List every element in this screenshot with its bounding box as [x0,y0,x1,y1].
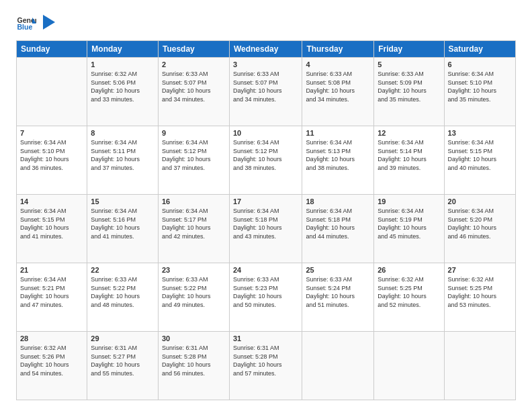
day-number: 11 [306,129,370,137]
calendar-cell: 14Sunrise: 6:34 AM Sunset: 5:15 PM Dayli… [17,195,87,263]
day-number: 8 [91,129,154,137]
day-info: Sunrise: 6:34 AM Sunset: 5:21 PM Dayligh… [20,275,83,309]
calendar-header-monday: Monday [87,41,159,58]
logo: General Blue [16,13,55,34]
calendar-cell: 15Sunrise: 6:34 AM Sunset: 5:16 PM Dayli… [87,195,159,263]
calendar-cell: 26Sunrise: 6:32 AM Sunset: 5:25 PM Dayli… [374,263,444,332]
day-info: Sunrise: 6:32 AM Sunset: 5:25 PM Dayligh… [378,275,440,309]
calendar-cell: 23Sunrise: 6:33 AM Sunset: 5:22 PM Dayli… [158,263,229,332]
day-number: 19 [378,197,440,205]
calendar-cell: 7Sunrise: 6:34 AM Sunset: 5:10 PM Daylig… [17,126,87,195]
day-info: Sunrise: 6:34 AM Sunset: 5:20 PM Dayligh… [448,207,512,240]
day-number: 26 [378,266,440,274]
calendar-cell: 10Sunrise: 6:34 AM Sunset: 5:12 PM Dayli… [229,126,302,195]
calendar-cell: 1Sunrise: 6:32 AM Sunset: 5:06 PM Daylig… [87,58,159,126]
calendar-cell: 31Sunrise: 6:31 AM Sunset: 5:28 PM Dayli… [229,332,302,400]
calendar-cell: 12Sunrise: 6:34 AM Sunset: 5:14 PM Dayli… [374,126,444,195]
day-number: 29 [91,334,154,342]
calendar-cell: 16Sunrise: 6:34 AM Sunset: 5:17 PM Dayli… [158,195,229,263]
calendar-week-3: 14Sunrise: 6:34 AM Sunset: 5:15 PM Dayli… [17,195,516,263]
calendar-week-1: 1Sunrise: 6:32 AM Sunset: 5:06 PM Daylig… [17,58,516,126]
day-info: Sunrise: 6:33 AM Sunset: 5:07 PM Dayligh… [233,70,298,103]
logo-arrow-icon [43,15,55,30]
calendar-cell [302,332,374,400]
calendar-body: 1Sunrise: 6:32 AM Sunset: 5:06 PM Daylig… [17,58,516,400]
day-info: Sunrise: 6:33 AM Sunset: 5:22 PM Dayligh… [162,275,226,309]
day-info: Sunrise: 6:34 AM Sunset: 5:12 PM Dayligh… [162,138,226,172]
day-number: 20 [448,197,512,205]
calendar-cell: 5Sunrise: 6:33 AM Sunset: 5:09 PM Daylig… [374,58,444,126]
day-info: Sunrise: 6:34 AM Sunset: 5:11 PM Dayligh… [91,138,154,172]
calendar-cell: 17Sunrise: 6:34 AM Sunset: 5:18 PM Dayli… [229,195,302,263]
day-info: Sunrise: 6:34 AM Sunset: 5:18 PM Dayligh… [306,207,370,240]
calendar-cell: 19Sunrise: 6:34 AM Sunset: 5:19 PM Dayli… [374,195,444,263]
day-number: 12 [378,129,440,137]
day-number: 24 [233,266,298,274]
day-number: 2 [162,60,226,68]
day-info: Sunrise: 6:34 AM Sunset: 5:17 PM Dayligh… [162,207,226,240]
logo-icon: General Blue [16,13,36,34]
day-number: 31 [233,334,298,342]
calendar-week-5: 28Sunrise: 6:32 AM Sunset: 5:26 PM Dayli… [17,332,516,400]
day-info: Sunrise: 6:33 AM Sunset: 5:24 PM Dayligh… [306,275,370,309]
day-info: Sunrise: 6:34 AM Sunset: 5:19 PM Dayligh… [378,207,440,240]
calendar-week-2: 7Sunrise: 6:34 AM Sunset: 5:10 PM Daylig… [17,126,516,195]
calendar-header-wednesday: Wednesday [229,41,302,58]
calendar-header-friday: Friday [374,41,444,58]
calendar-cell: 9Sunrise: 6:34 AM Sunset: 5:12 PM Daylig… [158,126,229,195]
calendar-cell: 3Sunrise: 6:33 AM Sunset: 5:07 PM Daylig… [229,58,302,126]
day-info: Sunrise: 6:34 AM Sunset: 5:16 PM Dayligh… [91,207,154,240]
calendar-cell: 6Sunrise: 6:34 AM Sunset: 5:10 PM Daylig… [444,58,515,126]
calendar-cell: 29Sunrise: 6:31 AM Sunset: 5:27 PM Dayli… [87,332,159,400]
calendar-cell: 4Sunrise: 6:33 AM Sunset: 5:08 PM Daylig… [302,58,374,126]
day-number: 16 [162,197,226,205]
calendar-cell: 24Sunrise: 6:33 AM Sunset: 5:23 PM Dayli… [229,263,302,332]
day-info: Sunrise: 6:34 AM Sunset: 5:10 PM Dayligh… [20,138,83,172]
day-info: Sunrise: 6:34 AM Sunset: 5:15 PM Dayligh… [20,207,83,240]
day-info: Sunrise: 6:34 AM Sunset: 5:18 PM Dayligh… [233,207,298,240]
day-info: Sunrise: 6:33 AM Sunset: 5:22 PM Dayligh… [91,275,154,309]
day-number: 1 [91,60,154,68]
day-info: Sunrise: 6:32 AM Sunset: 5:06 PM Dayligh… [91,70,154,103]
day-info: Sunrise: 6:32 AM Sunset: 5:25 PM Dayligh… [448,275,512,309]
day-number: 3 [233,60,298,68]
calendar-header-sunday: Sunday [17,41,87,58]
day-number: 21 [20,266,83,274]
day-info: Sunrise: 6:34 AM Sunset: 5:14 PM Dayligh… [378,138,440,172]
day-number: 9 [162,129,226,137]
day-info: Sunrise: 6:34 AM Sunset: 5:10 PM Dayligh… [448,70,512,103]
svg-marker-3 [43,15,55,30]
day-number: 27 [448,266,512,274]
day-number: 22 [91,266,154,274]
calendar-header-saturday: Saturday [444,41,515,58]
day-number: 13 [448,129,512,137]
calendar-cell: 8Sunrise: 6:34 AM Sunset: 5:11 PM Daylig… [87,126,159,195]
calendar-header-thursday: Thursday [302,41,374,58]
calendar-cell: 18Sunrise: 6:34 AM Sunset: 5:18 PM Dayli… [302,195,374,263]
day-info: Sunrise: 6:31 AM Sunset: 5:28 PM Dayligh… [233,344,298,377]
header: General Blue [16,13,516,34]
calendar-header-row: SundayMondayTuesdayWednesdayThursdayFrid… [17,41,516,58]
calendar-header-tuesday: Tuesday [158,41,229,58]
day-number: 25 [306,266,370,274]
day-number: 10 [233,129,298,137]
calendar-cell: 27Sunrise: 6:32 AM Sunset: 5:25 PM Dayli… [444,263,515,332]
svg-text:Blue: Blue [17,23,33,31]
day-info: Sunrise: 6:34 AM Sunset: 5:12 PM Dayligh… [233,138,298,172]
calendar-cell: 2Sunrise: 6:33 AM Sunset: 5:07 PM Daylig… [158,58,229,126]
calendar-cell: 28Sunrise: 6:32 AM Sunset: 5:26 PM Dayli… [17,332,87,400]
calendar-cell: 13Sunrise: 6:34 AM Sunset: 5:15 PM Dayli… [444,126,515,195]
calendar-cell [17,58,87,126]
day-number: 30 [162,334,226,342]
day-number: 17 [233,197,298,205]
day-info: Sunrise: 6:31 AM Sunset: 5:27 PM Dayligh… [91,344,154,377]
page: General Blue SundayMondayTuesdayWednesda… [0,0,532,411]
day-number: 23 [162,266,226,274]
calendar-table: SundayMondayTuesdayWednesdayThursdayFrid… [16,40,516,400]
calendar-cell: 25Sunrise: 6:33 AM Sunset: 5:24 PM Dayli… [302,263,374,332]
calendar-cell [374,332,444,400]
day-info: Sunrise: 6:34 AM Sunset: 5:13 PM Dayligh… [306,138,370,172]
day-info: Sunrise: 6:33 AM Sunset: 5:09 PM Dayligh… [378,70,440,103]
day-number: 14 [20,197,83,205]
day-number: 4 [306,60,370,68]
